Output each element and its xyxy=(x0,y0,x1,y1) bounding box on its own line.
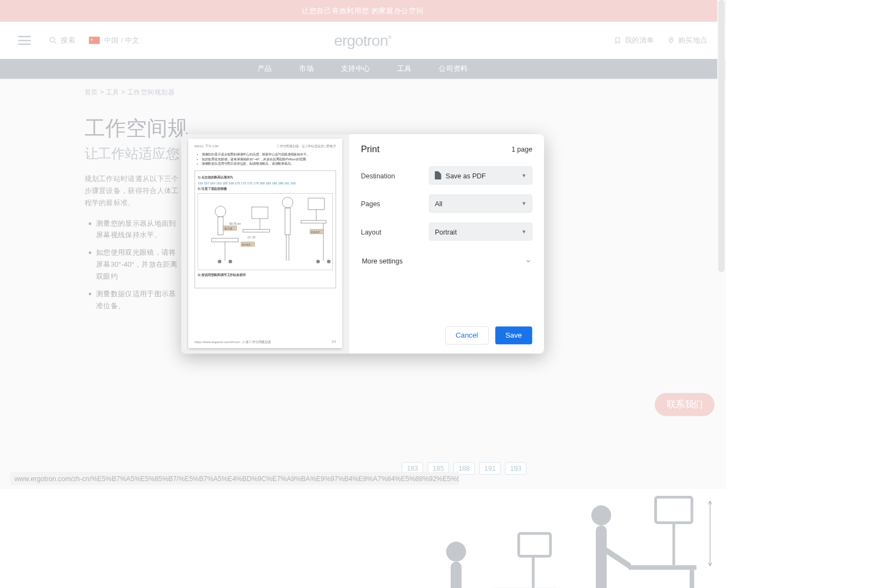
svg-rect-20 xyxy=(596,525,607,588)
svg-point-19 xyxy=(591,506,612,526)
print-dialog-title: Print xyxy=(361,144,379,154)
pages-value: All xyxy=(435,200,443,207)
svg-point-51 xyxy=(327,260,331,263)
chevron-down-icon: ▼ xyxy=(522,229,527,235)
svg-point-50 xyxy=(316,260,320,263)
more-settings-label: More settings xyxy=(362,257,403,265)
svg-rect-5 xyxy=(451,562,462,588)
cancel-button[interactable]: Cancel xyxy=(445,326,489,344)
pages-label: Pages xyxy=(361,200,429,207)
print-page-count: 1 page xyxy=(511,146,532,153)
svg-rect-40 xyxy=(252,207,268,218)
print-options-panel: Print 1 page Destination Save as PDF ▼ P… xyxy=(349,134,544,353)
svg-rect-26 xyxy=(629,565,697,569)
svg-point-42 xyxy=(282,197,293,208)
svg-text:15°-25°: 15°-25° xyxy=(247,236,256,239)
chevron-down-icon: ▼ xyxy=(522,201,527,206)
layout-label: Layout xyxy=(361,228,429,236)
figure-illustration xyxy=(402,479,719,588)
svg-rect-17 xyxy=(519,533,551,556)
destination-select[interactable]: Save as PDF ▼ xyxy=(429,166,532,184)
svg-rect-46 xyxy=(301,220,326,223)
more-settings-toggle[interactable]: More settings xyxy=(361,255,532,267)
layout-select[interactable]: Portrait ▼ xyxy=(429,223,532,241)
svg-rect-47 xyxy=(308,198,325,209)
svg-point-4 xyxy=(446,542,467,562)
svg-text:显示器: 显示器 xyxy=(224,227,232,230)
svg-rect-30 xyxy=(656,497,692,523)
chevron-down-icon xyxy=(525,257,531,264)
svg-point-33 xyxy=(215,206,226,217)
ergonomic-diagram: 键盘高度 117 cm 46 cm xyxy=(402,479,719,588)
svg-text:座位高度: 座位高度 xyxy=(242,243,250,246)
pages-select[interactable]: All ▼ xyxy=(429,194,532,212)
layout-value: Portrait xyxy=(435,228,457,236)
print-preview-pane: 9/6/21, 下午 1:00工作空间规划器 - 让工作站适应您 | 爱格升 测… xyxy=(181,134,349,353)
save-button[interactable]: Save xyxy=(495,326,533,344)
pdf-file-icon xyxy=(435,171,441,179)
destination-label: Destination xyxy=(361,172,429,179)
chevron-down-icon: ▼ xyxy=(522,173,527,178)
destination-value: Save as PDF xyxy=(446,172,486,179)
print-dialog: 9/6/21, 下午 1:00工作空间规划器 - 让工作站适应您 | 爱格升 测… xyxy=(181,134,544,353)
svg-text:50-73 cm: 50-73 cm xyxy=(230,223,241,225)
preview-page: 9/6/21, 下午 1:00工作空间规划器 - 让工作站适应您 | 爱格升 测… xyxy=(188,139,343,348)
svg-rect-43 xyxy=(285,208,290,235)
svg-point-37 xyxy=(218,260,222,263)
svg-point-38 xyxy=(229,260,232,263)
svg-rect-39 xyxy=(243,229,270,232)
svg-rect-35 xyxy=(212,238,238,242)
svg-rect-34 xyxy=(218,217,223,235)
svg-text:键盘高度: 键盘高度 xyxy=(310,231,320,233)
